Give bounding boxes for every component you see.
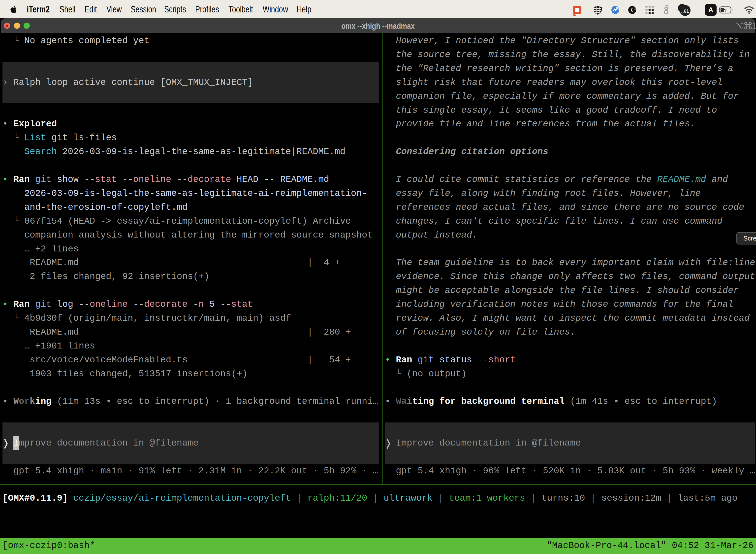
svg-text:1: 1 xyxy=(752,21,756,30)
